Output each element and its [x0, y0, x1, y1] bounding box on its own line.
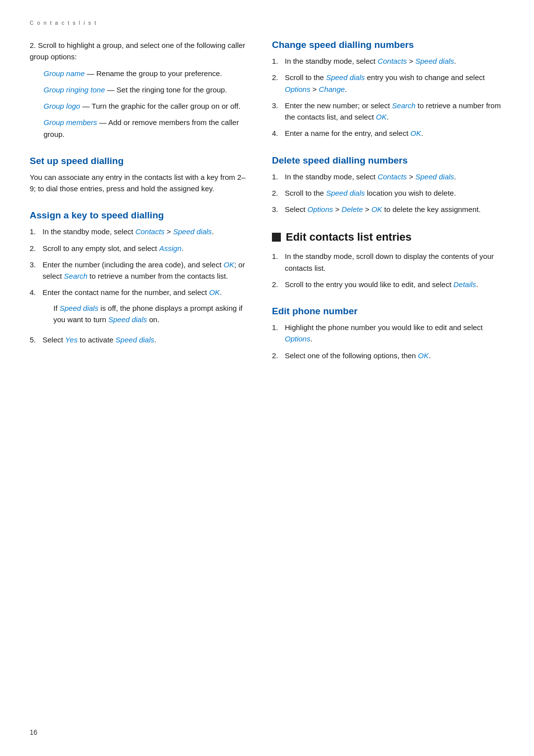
change-link-r1: Change [319, 85, 345, 93]
right-column: Change speed dialling numbers 1. In the … [272, 40, 504, 366]
edit-phone-steps: 1. Highlight the phone number you would … [272, 322, 504, 361]
change-step-2: 2. Scroll to the Speed dials entry you w… [272, 72, 504, 95]
caller-group-options: Group name — Rename the group to your pr… [44, 68, 247, 140]
delete-speed-steps: 1. In the standby mode, select Contacts … [272, 171, 504, 215]
change-step-3: 3. Enter the new number; or select Searc… [272, 100, 504, 123]
speed-dials-link-d1: Speed dials [415, 172, 454, 181]
left-column: 2. Scroll to highlight a group, and sele… [30, 40, 247, 366]
set-up-speed-dialling-heading: Set up speed dialling [30, 156, 247, 167]
group-logo-def: — Turn the graphic for the caller group … [82, 102, 240, 110]
step-content: Enter a name for the entry, and select O… [285, 127, 423, 139]
group-ringing-option: Group ringing tone — Set the ringing ton… [44, 84, 247, 95]
step-content: Scroll to the Speed dials location you w… [285, 187, 456, 199]
step-num: 2. [272, 279, 281, 290]
step-num: 1. [272, 251, 281, 274]
step-text: Scroll to highlight a group, and select … [30, 41, 245, 61]
delete-step-1: 1. In the standby mode, select Contacts … [272, 171, 504, 182]
change-speed-heading: Change speed dialling numbers [272, 40, 504, 50]
step-content: Enter the new number; or select Search t… [285, 100, 504, 123]
step-4-note: If Speed dials is off, the phone display… [53, 302, 247, 326]
ok-link-ep1: OK [418, 351, 429, 360]
step-num: 1. [272, 55, 281, 67]
contacts-link-r1: Contacts [378, 57, 407, 65]
speed-dials-link-d2: Speed dials [326, 189, 364, 197]
step-num: 4. [272, 127, 281, 139]
delete-step-3: 3. Select Options > Delete > OK to delet… [272, 204, 504, 215]
group-members-term: Group members [44, 118, 97, 126]
speed-dials-link-r2: Speed dials [326, 73, 364, 82]
options-link-r1: Options [285, 85, 311, 93]
options-link-ep1: Options [285, 335, 311, 343]
assign-step-1: 1. In the standby mode, select Contacts … [30, 226, 247, 237]
ok-link-1: OK [223, 260, 234, 269]
step-content: Select Options > Delete > OK to delete t… [285, 204, 481, 215]
step-content: Scroll to the Speed dials entry you wish… [285, 72, 504, 95]
step-content: Highlight the phone number you would lik… [285, 322, 504, 345]
assign-step-2: 2. Scroll to any empty slot, and select … [30, 243, 247, 254]
options-link-d1: Options [308, 205, 333, 213]
assign-key-steps: 1. In the standby mode, select Contacts … [30, 226, 247, 345]
group-logo-term: Group logo [44, 102, 80, 110]
step-num: 2. [272, 187, 281, 199]
assign-link: Assign [159, 244, 181, 252]
delete-link-d1: Delete [342, 205, 363, 213]
delete-step-2: 2. Scroll to the Speed dials location yo… [272, 187, 504, 199]
step-content: Select one of the following options, the… [285, 350, 431, 361]
group-ringing-term: Group ringing tone [44, 85, 105, 94]
edit-contacts-steps: 1. In the standby mode, scroll down to d… [272, 251, 504, 290]
group-name-term: Group name [44, 69, 85, 78]
step-num: 3. [272, 204, 281, 215]
change-step-4: 4. Enter a name for the entry, and selec… [272, 127, 504, 139]
step-content: In the standby mode, select Contacts > S… [285, 171, 456, 182]
group-logo-option: Group logo — Turn the graphic for the ca… [44, 100, 247, 112]
yes-link: Yes [65, 336, 78, 344]
edit-contacts-step-1: 1. In the standby mode, scroll down to d… [272, 251, 504, 274]
ok-link-r2: OK [410, 129, 421, 137]
assign-key-subheading: Assign a key to speed dialling [30, 210, 247, 221]
step-num: 4. [30, 287, 39, 329]
step-content: Select Yes to activate Speed dials. [43, 334, 156, 345]
step-num: 5. [30, 334, 39, 345]
edit-contacts-step-2: 2. Scroll to the entry you would like to… [272, 279, 504, 290]
step-num: 1. [272, 322, 281, 345]
edit-contacts-heading: Edit contacts list entries [286, 231, 411, 244]
step-num: 1. [30, 226, 39, 237]
step-content: In the standby mode, select Contacts > S… [43, 226, 214, 237]
set-up-speed-dialling-intro: You can associate any entry in the conta… [30, 171, 247, 195]
ok-link-d1: OK [371, 205, 382, 213]
step-content: Scroll to the entry you would like to ed… [285, 279, 478, 290]
contacts-link-d1: Contacts [378, 172, 407, 181]
group-ringing-def: — Set the ringing tone for the group. [107, 85, 227, 94]
search-link-r1: Search [392, 101, 416, 110]
change-speed-steps: 1. In the standby mode, select Contacts … [272, 55, 504, 139]
step-num: 1. [272, 171, 281, 182]
details-link: Details [453, 280, 476, 289]
page-number: 16 [30, 728, 38, 736]
group-members-option: Group members — Add or remove members fr… [44, 117, 247, 140]
assign-step-4: 4. Enter the contact name for the number… [30, 287, 247, 329]
step-num: 2. [272, 72, 281, 95]
intro-step: 2. Scroll to highlight a group, and sele… [30, 40, 247, 63]
page-header: C o n t a c t s l i s t [30, 20, 504, 26]
step-num: 3. [30, 259, 39, 282]
step-num: 2. [272, 350, 281, 361]
step-num: 3. [272, 100, 281, 123]
edit-contacts-heading-container: Edit contacts list entries [272, 231, 504, 244]
ok-link-r1: OK [376, 113, 387, 121]
edit-phone-step-2: 2. Select one of the following options, … [272, 350, 504, 361]
search-link-1: Search [64, 272, 88, 280]
black-square-icon [272, 233, 281, 242]
speed-dials-link-activate: Speed dials [116, 336, 154, 344]
assign-step-3: 3. Enter the number (including the area … [30, 259, 247, 282]
contacts-link-1: Contacts [135, 227, 165, 236]
speed-dials-link-note1: Speed dials [60, 304, 98, 312]
step-content: In the standby mode, scroll down to disp… [285, 251, 504, 274]
ok-link-2: OK [209, 288, 220, 296]
assign-step-5: 5. Select Yes to activate Speed dials. [30, 334, 247, 345]
delete-speed-heading: Delete speed dialling numbers [272, 155, 504, 166]
group-name-option: Group name — Rename the group to your pr… [44, 68, 247, 79]
group-name-def: — Rename the group to your preference. [87, 69, 222, 78]
step-number: 2. [30, 41, 36, 49]
speed-dials-link-r1: Speed dials [415, 57, 454, 65]
step-content: Scroll to any empty slot, and select Ass… [43, 243, 183, 254]
